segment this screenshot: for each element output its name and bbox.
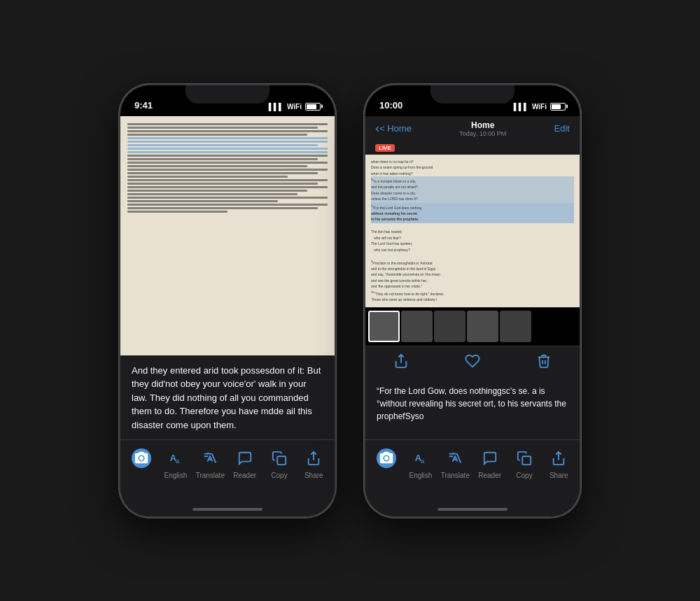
translate-icon-left: [200, 448, 220, 468]
battery-icon-right: [550, 103, 566, 111]
reader-label-left: Reader: [233, 472, 256, 479]
ocr-text-area-right: “For the Lord Gow, does nothinggsc’s se.…: [365, 376, 580, 439]
tool-camera-left[interactable]: [126, 448, 157, 468]
status-right-left: ▌▌▌ WiFi: [269, 103, 321, 111]
photo-thumb-3[interactable]: [467, 311, 498, 342]
svg-text:a: a: [421, 458, 425, 465]
doc-line: [127, 179, 328, 181]
translate-label-right: Translate: [441, 472, 470, 479]
ocr-text-left: And they entered arid took possesdon of …: [132, 364, 323, 432]
doc-line: [127, 186, 328, 188]
svg-rect-7: [522, 456, 531, 465]
live-row: LIVE: [365, 141, 580, 155]
battery-fill-right: [552, 104, 561, 109]
photo-thumb-1[interactable]: [401, 311, 433, 342]
english-icon-right: A a: [411, 448, 430, 468]
ocr-text-area-left: And they entered arid took possesdon of …: [120, 355, 335, 439]
battery-fill-left: [307, 104, 316, 109]
reader-icon-left: [235, 448, 255, 468]
camera-icon-right: [377, 448, 396, 468]
reader-icon-right: [480, 448, 500, 468]
doc-image-right[interactable]: when there is no trap for it? Does a sna…: [365, 155, 580, 307]
share-action-btn[interactable]: [388, 348, 414, 374]
doc-line: [127, 130, 328, 132]
doc-line: [127, 169, 328, 171]
doc-line: [127, 211, 227, 213]
status-time-right: 10:00: [379, 100, 402, 111]
doc-line: [127, 200, 278, 202]
ocr-text-right: “For the Lord Gow, does nothinggsc’s se.…: [377, 385, 568, 423]
home-bar-left: [192, 508, 262, 511]
doc-line: [127, 207, 318, 209]
phone-left: 9:41 ▌▌▌ WiFi: [119, 84, 336, 518]
tool-share-right[interactable]: Share: [543, 448, 574, 479]
tool-share-left[interactable]: Share: [298, 448, 329, 479]
nav-back-right[interactable]: ‹ < Home: [375, 121, 412, 136]
wifi-icon-right: WiFi: [532, 103, 547, 111]
nav-back-label: < Home: [379, 123, 412, 134]
photo-thumb-2[interactable]: [434, 311, 465, 342]
copy-label-right: Copy: [516, 472, 532, 479]
doc-line: [127, 127, 318, 129]
doc-image-left[interactable]: [120, 116, 335, 355]
photo-thumb-0[interactable]: [368, 311, 400, 342]
copy-icon-left: [270, 448, 289, 468]
nav-title-right: Home: [459, 120, 506, 130]
doc-content-left: [120, 116, 335, 355]
photo-strip-right: [365, 307, 580, 346]
tool-copy-left[interactable]: Copy: [264, 448, 295, 479]
trash-btn[interactable]: [531, 348, 556, 374]
share-icon-right: [549, 448, 568, 468]
camera-icon-left: [132, 448, 151, 468]
phone-left-wrapper: 9:41 ▌▌▌ WiFi: [119, 84, 336, 518]
doc-line: [127, 151, 328, 153]
nav-edit-right[interactable]: Edit: [554, 123, 570, 134]
tool-reader-left[interactable]: Reader: [230, 448, 260, 479]
wifi-icon: WiFi: [287, 103, 302, 111]
heart-btn[interactable]: [460, 348, 485, 374]
live-badge: LIVE: [375, 144, 395, 152]
doc-line: [127, 172, 318, 174]
phone-right-wrapper: 10:00 ▌▌▌ WiFi ‹ < Home: [364, 84, 581, 518]
home-bar-right: [438, 508, 507, 511]
phone-right-screen: 10:00 ▌▌▌ WiFi ‹ < Home: [365, 85, 580, 516]
status-time-left: 9:41: [134, 100, 153, 111]
english-label-left: English: [164, 472, 188, 479]
translate-icon-right: [445, 448, 465, 468]
reader-label-right: Reader: [478, 472, 501, 479]
share-label-left: Share: [304, 472, 323, 479]
tool-english-left[interactable]: A a English: [160, 448, 191, 479]
doc-line: [127, 204, 328, 206]
nav-bar-right: ‹ < Home Home Today, 10:00 PM Edit: [365, 116, 580, 141]
doc-line: [127, 162, 328, 164]
signal-icon-right: ▌▌▌: [514, 103, 528, 111]
tool-reader-right[interactable]: Reader: [475, 448, 505, 479]
doc-line: [127, 141, 328, 143]
notch-left: [186, 85, 270, 104]
doc-line: [127, 123, 328, 125]
share-label-right: Share: [550, 472, 568, 479]
tool-english-right[interactable]: A a English: [405, 448, 436, 479]
english-label-right: English: [410, 472, 433, 479]
status-right-right: ▌▌▌ WiFi: [514, 103, 566, 111]
nav-subtitle-right: Today, 10:00 PM: [459, 130, 506, 137]
doc-line: [127, 197, 328, 199]
tool-translate-left[interactable]: Translate: [195, 448, 225, 479]
doc-line: [127, 190, 307, 192]
doc-line: [127, 155, 328, 157]
phones-container: 9:41 ▌▌▌ WiFi: [119, 84, 581, 518]
doc-text-lines-left: [126, 122, 329, 215]
notch-right: [430, 85, 514, 104]
doc-line: [127, 148, 328, 150]
english-icon-left: A a: [166, 448, 186, 468]
tool-translate-right[interactable]: Translate: [440, 448, 470, 479]
tool-camera-right[interactable]: [371, 448, 402, 468]
share-icon-left: [304, 448, 323, 468]
phone-left-screen: 9:41 ▌▌▌ WiFi: [120, 85, 335, 516]
photo-thumb-4[interactable]: [500, 311, 531, 342]
translate-label-left: Translate: [196, 472, 225, 479]
doc-line: [127, 134, 307, 136]
copy-label-left: Copy: [271, 472, 287, 479]
doc-line: [127, 183, 318, 185]
tool-copy-right[interactable]: Copy: [509, 448, 540, 479]
